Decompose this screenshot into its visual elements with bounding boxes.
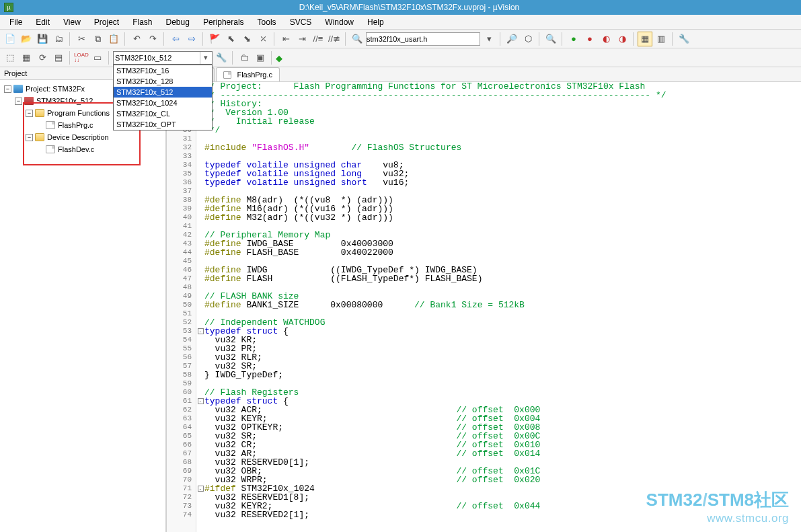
editor-area: hDev.c FlashPrg.c 2526272829303132333435… bbox=[167, 67, 801, 532]
line-number-gutter: 2526272829303132333435363738394041424344… bbox=[167, 82, 196, 532]
comment-button[interactable]: //≡ bbox=[311, 32, 326, 46]
indent-right-button[interactable]: ⇥ bbox=[295, 32, 309, 46]
menu-debug[interactable]: Debug bbox=[159, 15, 196, 29]
main-toolbar: 📄 📂 💾 🗂 ✂ ⧉ 📋 ↶ ↷ ⇦ ⇨ 🚩 ⬉ ⬊ ⤫ ⇤ ⇥ //≡ //… bbox=[0, 30, 801, 48]
collapse-icon[interactable]: − bbox=[26, 110, 33, 117]
nav-fwd-button[interactable]: ⇨ bbox=[184, 32, 199, 46]
erase-button[interactable]: ▭ bbox=[90, 50, 105, 65]
manage-components-button[interactable]: ▣ bbox=[253, 50, 268, 65]
save-all-button[interactable]: 🗂 bbox=[51, 32, 66, 46]
menu-window[interactable]: Window bbox=[318, 15, 360, 29]
editor-tab-flashprg[interactable]: FlashPrg.c bbox=[216, 67, 280, 81]
batch-build-button[interactable]: ▤ bbox=[51, 50, 66, 65]
main-area: Project ▾ ✕ − Project: STM32Fx − STM32F1… bbox=[0, 67, 801, 532]
collapse-icon[interactable]: − bbox=[26, 134, 33, 141]
bp-disable-button[interactable]: ● bbox=[582, 32, 597, 46]
bookmark-toggle-button[interactable]: 🚩 bbox=[207, 32, 222, 46]
code-editor[interactable]: 2526272829303132333435363738394041424344… bbox=[167, 82, 801, 532]
select-packs-button[interactable]: ◆ bbox=[272, 51, 287, 66]
debug-run-button[interactable]: 🔍 bbox=[543, 32, 558, 46]
redo-button[interactable]: ↷ bbox=[145, 32, 160, 46]
project-icon bbox=[13, 85, 23, 93]
folder-icon bbox=[35, 109, 44, 117]
tree-group-device-description[interactable]: − Device Description bbox=[1, 131, 164, 143]
tree-label: Program Functions bbox=[47, 109, 110, 117]
new-file-button[interactable]: 📄 bbox=[3, 32, 17, 46]
menu-peripherals[interactable]: Peripherals bbox=[196, 15, 251, 29]
menu-tools[interactable]: Tools bbox=[251, 15, 283, 29]
target-option[interactable]: STM32F10x_CL bbox=[114, 108, 212, 119]
project-window-button[interactable]: ▦ bbox=[638, 32, 652, 46]
open-file-button[interactable]: 📂 bbox=[19, 32, 34, 46]
translate-button[interactable]: ⬚ bbox=[3, 50, 17, 65]
nav-back-button[interactable]: ⇦ bbox=[168, 32, 183, 46]
project-panel-title-text: Project bbox=[4, 69, 27, 77]
bookmark-prev-button[interactable]: ⬉ bbox=[223, 32, 238, 46]
editor-tabstrip: hDev.c FlashPrg.c bbox=[167, 67, 801, 82]
bp-insert-button[interactable]: ● bbox=[566, 32, 581, 46]
menu-edit[interactable]: Edit bbox=[29, 15, 56, 29]
target-option[interactable]: STM32F10x_16 bbox=[114, 65, 212, 76]
tree-label: Project: STM32Fx bbox=[26, 85, 85, 93]
target-option[interactable]: STM32F10x_512 bbox=[114, 87, 212, 98]
target-option[interactable]: STM32F10x_1024 bbox=[114, 98, 212, 108]
bp-kill-all-button[interactable]: ◑ bbox=[615, 32, 630, 46]
copy-button[interactable]: ⧉ bbox=[90, 32, 105, 46]
menu-svcs[interactable]: SVCS bbox=[283, 15, 319, 29]
project-panel: Project ▾ ✕ − Project: STM32Fx − STM32F1… bbox=[0, 67, 167, 532]
menu-project[interactable]: Project bbox=[87, 15, 126, 29]
menu-view[interactable]: View bbox=[56, 15, 87, 29]
tab-label: FlashPrg.c bbox=[237, 71, 272, 79]
configure-button[interactable]: 🔧 bbox=[677, 32, 691, 46]
save-button[interactable]: 💾 bbox=[35, 32, 50, 46]
uncomment-button[interactable]: //≢ bbox=[327, 32, 342, 46]
source-text[interactable]: * Project: Flash Programming Functions f… bbox=[204, 82, 801, 532]
collapse-icon[interactable]: − bbox=[15, 98, 22, 105]
cut-button[interactable]: ✂ bbox=[74, 32, 89, 46]
tree-label: FlashPrg.c bbox=[58, 121, 93, 129]
download-button[interactable]: LOAD↓↓ bbox=[74, 50, 89, 65]
file-icon bbox=[223, 71, 231, 79]
file-icon bbox=[46, 121, 55, 129]
menu-file[interactable]: File bbox=[3, 15, 29, 29]
app-icon: µ bbox=[4, 3, 13, 12]
menu-flash[interactable]: Flash bbox=[126, 15, 159, 29]
build-toolbar: ⬚ ▦ ⟳ ▤ LOAD↓↓ ▭ STM32F10x_512 ▾ STM32F1… bbox=[0, 48, 801, 67]
title-bar: µ D:\Keil_v5\ARM\Flash\STM32F10x\STM32Fx… bbox=[0, 0, 801, 15]
target-select-value: STM32F10x_512 bbox=[115, 54, 171, 62]
file-icon bbox=[46, 145, 55, 153]
tree-label: STM32F10x_512 bbox=[36, 97, 93, 105]
tree-label: Device Description bbox=[47, 133, 109, 141]
chevron-down-icon[interactable]: ▾ bbox=[200, 52, 211, 64]
window-title: D:\Keil_v5\ARM\Flash\STM32F10x\STM32Fx.u… bbox=[17, 3, 801, 12]
target-icon bbox=[24, 97, 34, 105]
tree-label: FlashDev.c bbox=[58, 145, 94, 153]
target-select[interactable]: STM32F10x_512 ▾ bbox=[113, 51, 213, 65]
target-option[interactable]: STM32F10x_128 bbox=[114, 76, 212, 87]
breakpoint-button[interactable]: ⬡ bbox=[521, 32, 535, 46]
collapse-icon[interactable]: − bbox=[4, 85, 11, 93]
bookmark-next-button[interactable]: ⬊ bbox=[239, 32, 254, 46]
books-window-button[interactable]: ▥ bbox=[654, 32, 669, 46]
target-options-button[interactable]: 🔧 bbox=[214, 50, 229, 65]
debug-start-button[interactable]: 🔎 bbox=[504, 32, 519, 46]
bp-enable-all-button[interactable]: ◐ bbox=[599, 32, 613, 46]
target-dropdown: STM32F10x_16STM32F10x_128STM32F10x_512ST… bbox=[113, 65, 213, 130]
project-tree[interactable]: − Project: STM32Fx − STM32F10x_512 − Pro… bbox=[0, 80, 165, 532]
target-select-wrap: STM32F10x_512 ▾ STM32F10x_16STM32F10x_12… bbox=[113, 51, 213, 65]
menu-help[interactable]: Help bbox=[360, 15, 391, 29]
folder-icon bbox=[35, 133, 44, 141]
undo-button[interactable]: ↶ bbox=[129, 32, 144, 46]
paste-button[interactable]: 📋 bbox=[106, 32, 121, 46]
indent-left-button[interactable]: ⇤ bbox=[278, 32, 293, 46]
find-in-files-button[interactable]: 🔍 bbox=[350, 32, 365, 46]
find-dropdown-button[interactable]: ▾ bbox=[482, 32, 496, 46]
target-option[interactable]: STM32F10x_OPT bbox=[114, 119, 212, 130]
find-combo[interactable] bbox=[366, 32, 480, 46]
bookmark-clear-button[interactable]: ⤫ bbox=[256, 32, 270, 46]
manage-project-button[interactable]: 🗀 bbox=[237, 50, 252, 65]
fold-column[interactable]: --- bbox=[196, 82, 204, 532]
build-button[interactable]: ▦ bbox=[19, 50, 34, 65]
tree-file-flashdev[interactable]: FlashDev.c bbox=[1, 143, 164, 155]
rebuild-button[interactable]: ⟳ bbox=[35, 50, 50, 65]
